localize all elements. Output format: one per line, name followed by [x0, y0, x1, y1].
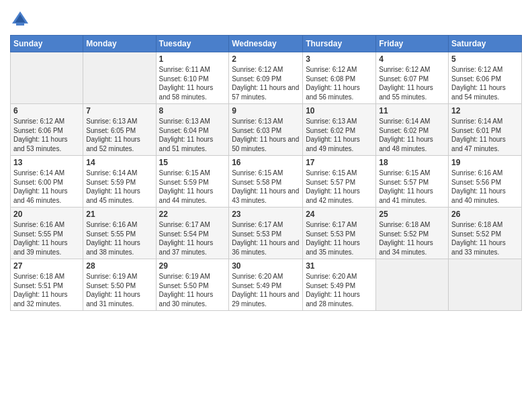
day-number: 5 [451, 54, 519, 64]
calendar-cell: 24Sunrise: 6:17 AMSunset: 5:53 PMDayligh… [303, 208, 376, 259]
day-number: 8 [159, 106, 226, 116]
day-number: 3 [306, 54, 373, 64]
day-number: 13 [13, 158, 80, 167]
day-number: 1 [159, 54, 226, 64]
day-info: Sunrise: 6:15 AMSunset: 5:58 PMDaylight:… [232, 169, 300, 205]
day-info: Sunrise: 6:14 AMSunset: 5:59 PMDaylight:… [86, 169, 152, 205]
day-number: 22 [159, 210, 226, 219]
day-info: Sunrise: 6:17 AMSunset: 5:54 PMDaylight:… [159, 220, 226, 257]
day-info: Sunrise: 6:12 AMSunset: 6:08 PMDaylight:… [306, 65, 373, 101]
day-number: 6 [13, 106, 80, 116]
calendar-cell: 1Sunrise: 6:11 AMSunset: 6:10 PMDaylight… [156, 52, 229, 104]
day-info: Sunrise: 6:14 AMSunset: 6:01 PMDaylight:… [451, 117, 519, 153]
header-day-saturday: Saturday [449, 36, 522, 52]
page-container: SundayMondayTuesdayWednesdayThursdayFrid… [0, 0, 532, 318]
day-info: Sunrise: 6:14 AMSunset: 6:00 PMDaylight:… [13, 169, 80, 205]
calendar-cell: 25Sunrise: 6:18 AMSunset: 5:52 PMDayligh… [376, 208, 449, 259]
day-number: 7 [86, 106, 152, 116]
day-info: Sunrise: 6:17 AMSunset: 5:53 PMDaylight:… [232, 220, 300, 257]
week-row-3: 13Sunrise: 6:14 AMSunset: 6:00 PMDayligh… [11, 156, 522, 208]
day-info: Sunrise: 6:18 AMSunset: 5:52 PMDaylight:… [379, 220, 445, 257]
day-number: 29 [159, 261, 226, 271]
day-number: 11 [379, 106, 445, 116]
calendar-cell: 2Sunrise: 6:12 AMSunset: 6:09 PMDaylight… [229, 52, 303, 104]
week-row-4: 20Sunrise: 6:16 AMSunset: 5:55 PMDayligh… [11, 208, 522, 259]
header-day-monday: Monday [83, 36, 156, 52]
day-number: 30 [232, 261, 300, 271]
calendar-cell: 15Sunrise: 6:15 AMSunset: 5:59 PMDayligh… [156, 156, 229, 208]
day-number: 20 [13, 210, 80, 219]
calendar-cell: 19Sunrise: 6:16 AMSunset: 5:56 PMDayligh… [449, 156, 522, 208]
header-day-thursday: Thursday [303, 36, 376, 52]
calendar-cell: 31Sunrise: 6:20 AMSunset: 5:49 PMDayligh… [303, 259, 376, 311]
day-info: Sunrise: 6:16 AMSunset: 5:55 PMDaylight:… [13, 220, 80, 257]
day-number: 26 [451, 210, 519, 219]
day-number: 27 [13, 261, 80, 271]
logo-icon [10, 9, 30, 30]
calendar-cell: 6Sunrise: 6:12 AMSunset: 6:06 PMDaylight… [11, 104, 83, 156]
calendar-cell [449, 259, 522, 311]
calendar-cell: 9Sunrise: 6:13 AMSunset: 6:03 PMDaylight… [229, 104, 303, 156]
day-info: Sunrise: 6:15 AMSunset: 5:59 PMDaylight:… [159, 169, 226, 205]
week-row-5: 27Sunrise: 6:18 AMSunset: 5:51 PMDayligh… [11, 259, 522, 311]
week-row-1: 1Sunrise: 6:11 AMSunset: 6:10 PMDaylight… [11, 52, 522, 104]
header-day-sunday: Sunday [11, 36, 83, 52]
calendar-cell: 5Sunrise: 6:12 AMSunset: 6:06 PMDaylight… [449, 52, 522, 104]
day-info: Sunrise: 6:20 AMSunset: 5:49 PMDaylight:… [232, 272, 300, 308]
calendar-cell: 8Sunrise: 6:13 AMSunset: 6:04 PMDaylight… [156, 104, 229, 156]
calendar-cell [11, 52, 83, 104]
day-number: 28 [86, 261, 152, 271]
day-info: Sunrise: 6:19 AMSunset: 5:50 PMDaylight:… [86, 272, 152, 308]
calendar-body: 1Sunrise: 6:11 AMSunset: 6:10 PMDaylight… [11, 52, 522, 311]
calendar-table: SundayMondayTuesdayWednesdayThursdayFrid… [10, 35, 522, 311]
day-info: Sunrise: 6:15 AMSunset: 5:57 PMDaylight:… [306, 169, 373, 205]
day-info: Sunrise: 6:15 AMSunset: 5:57 PMDaylight:… [379, 169, 445, 205]
day-info: Sunrise: 6:20 AMSunset: 5:49 PMDaylight:… [306, 272, 373, 308]
day-info: Sunrise: 6:18 AMSunset: 5:51 PMDaylight:… [13, 272, 80, 308]
calendar-cell: 20Sunrise: 6:16 AMSunset: 5:55 PMDayligh… [11, 208, 83, 259]
calendar-cell: 26Sunrise: 6:18 AMSunset: 5:52 PMDayligh… [449, 208, 522, 259]
day-info: Sunrise: 6:13 AMSunset: 6:03 PMDaylight:… [232, 117, 300, 153]
day-number: 21 [86, 210, 152, 219]
calendar-cell: 13Sunrise: 6:14 AMSunset: 6:00 PMDayligh… [11, 156, 83, 208]
day-number: 25 [379, 210, 445, 219]
logo [10, 9, 32, 30]
calendar-cell: 27Sunrise: 6:18 AMSunset: 5:51 PMDayligh… [11, 259, 83, 311]
day-info: Sunrise: 6:13 AMSunset: 6:04 PMDaylight:… [159, 117, 226, 153]
day-number: 15 [159, 158, 226, 167]
header-day-friday: Friday [376, 36, 449, 52]
calendar-cell: 10Sunrise: 6:13 AMSunset: 6:02 PMDayligh… [303, 104, 376, 156]
day-number: 14 [86, 158, 152, 167]
day-info: Sunrise: 6:12 AMSunset: 6:07 PMDaylight:… [379, 65, 445, 101]
day-number: 19 [451, 158, 519, 167]
header-day-tuesday: Tuesday [156, 36, 229, 52]
day-info: Sunrise: 6:12 AMSunset: 6:06 PMDaylight:… [13, 117, 80, 153]
calendar-cell: 11Sunrise: 6:14 AMSunset: 6:02 PMDayligh… [376, 104, 449, 156]
calendar-cell [376, 259, 449, 311]
day-info: Sunrise: 6:16 AMSunset: 5:56 PMDaylight:… [451, 169, 519, 205]
header-day-wednesday: Wednesday [229, 36, 303, 52]
calendar-cell: 4Sunrise: 6:12 AMSunset: 6:07 PMDaylight… [376, 52, 449, 104]
day-number: 17 [306, 158, 373, 167]
day-number: 18 [379, 158, 445, 167]
day-info: Sunrise: 6:11 AMSunset: 6:10 PMDaylight:… [159, 65, 226, 101]
day-info: Sunrise: 6:19 AMSunset: 5:50 PMDaylight:… [159, 272, 226, 308]
calendar-cell: 21Sunrise: 6:16 AMSunset: 5:55 PMDayligh… [83, 208, 156, 259]
calendar-cell: 29Sunrise: 6:19 AMSunset: 5:50 PMDayligh… [156, 259, 229, 311]
header-row: SundayMondayTuesdayWednesdayThursdayFrid… [11, 36, 522, 52]
day-number: 12 [451, 106, 519, 116]
calendar-cell: 30Sunrise: 6:20 AMSunset: 5:49 PMDayligh… [229, 259, 303, 311]
day-number: 2 [232, 54, 300, 64]
calendar-cell: 7Sunrise: 6:13 AMSunset: 6:05 PMDaylight… [83, 104, 156, 156]
calendar-cell: 17Sunrise: 6:15 AMSunset: 5:57 PMDayligh… [303, 156, 376, 208]
calendar-header: SundayMondayTuesdayWednesdayThursdayFrid… [11, 36, 522, 52]
calendar-cell: 18Sunrise: 6:15 AMSunset: 5:57 PMDayligh… [376, 156, 449, 208]
day-number: 10 [306, 106, 373, 116]
calendar-cell: 22Sunrise: 6:17 AMSunset: 5:54 PMDayligh… [156, 208, 229, 259]
day-info: Sunrise: 6:12 AMSunset: 6:09 PMDaylight:… [232, 65, 300, 101]
day-info: Sunrise: 6:13 AMSunset: 6:05 PMDaylight:… [86, 117, 152, 153]
day-info: Sunrise: 6:17 AMSunset: 5:53 PMDaylight:… [306, 220, 373, 257]
calendar-cell: 28Sunrise: 6:19 AMSunset: 5:50 PMDayligh… [83, 259, 156, 311]
calendar-cell: 12Sunrise: 6:14 AMSunset: 6:01 PMDayligh… [449, 104, 522, 156]
calendar-cell: 14Sunrise: 6:14 AMSunset: 5:59 PMDayligh… [83, 156, 156, 208]
